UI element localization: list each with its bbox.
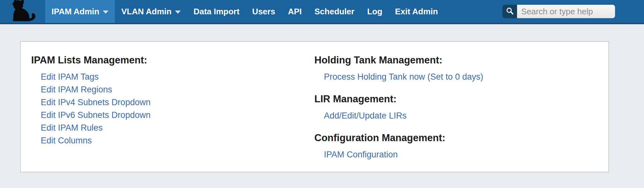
lir-links: Add/Edit/Update LIRs [314,109,608,122]
top-navbar: IPAM Admin VLAN Admin Data Import Users … [0,0,644,24]
link-ipam-configuration[interactable]: IPAM Configuration [324,148,398,161]
chevron-down-icon [175,11,181,14]
cat-logo[interactable] [0,0,45,23]
nav-item-ipam-admin[interactable]: IPAM Admin [45,0,115,23]
link-add-edit-update-lirs[interactable]: Add/Edit/Update LIRs [324,109,407,122]
navbar-spacer [444,0,502,23]
nav-item-label: IPAM Admin [52,7,99,17]
search-button[interactable] [502,5,517,18]
link-edit-ipam-regions[interactable]: Edit IPAM Regions [41,83,112,96]
holding-tank-links: Process Holding Tank now (Set to 0 days) [314,70,608,83]
nav-item-label: Data Import [193,7,239,17]
nav-item-label: Log [367,7,382,17]
link-edit-ipv4-subnets-dropdown[interactable]: Edit IPv4 Subnets Dropdown [41,96,150,109]
nav-item-label: Exit Admin [395,7,438,17]
nav-item-label: VLAN Admin [121,7,172,17]
section-ipam-lists-management: IPAM Lists Management: Edit IPAM Tags Ed… [31,54,314,147]
search-icon [506,7,514,17]
right-column: Holding Tank Management: Process Holding… [314,54,608,172]
search-group [502,5,615,18]
link-edit-ipv6-subnets-dropdown[interactable]: Edit IPv6 Subnets Dropdown [41,109,150,121]
left-column: IPAM Lists Management: Edit IPAM Tags Ed… [31,54,314,172]
nav-item-scheduler[interactable]: Scheduler [308,0,361,23]
nav-item-api[interactable]: API [282,0,308,23]
configuration-links: IPAM Configuration [314,148,608,161]
section-heading-ipam-lists: IPAM Lists Management: [31,54,314,67]
admin-panel: IPAM Lists Management: Edit IPAM Tags Ed… [20,41,609,172]
link-edit-ipam-rules[interactable]: Edit IPAM Rules [41,121,103,134]
link-process-holding-tank[interactable]: Process Holding Tank now (Set to 0 days) [324,70,483,83]
nav-item-log[interactable]: Log [361,0,389,23]
section-heading-lir: LIR Management: [314,93,608,105]
section-heading-holding-tank: Holding Tank Management: [314,54,608,67]
nav-item-vlan-admin[interactable]: VLAN Admin [115,0,187,23]
nav-item-label: API [288,7,302,17]
link-edit-ipam-tags[interactable]: Edit IPAM Tags [41,70,99,83]
section-lir-management: LIR Management: Add/Edit/Update LIRs [314,93,608,122]
main-content: IPAM Lists Management: Edit IPAM Tags Ed… [0,24,644,172]
section-configuration-management: Configuration Management: IPAM Configura… [314,132,608,161]
link-edit-columns[interactable]: Edit Columns [41,134,92,147]
nav-item-data-import[interactable]: Data Import [187,0,246,23]
nav-item-label: Users [252,7,275,17]
ipam-lists-links: Edit IPAM Tags Edit IPAM Regions Edit IP… [31,70,314,147]
section-heading-configuration: Configuration Management: [314,132,608,144]
section-holding-tank-management: Holding Tank Management: Process Holding… [314,54,608,83]
chevron-down-icon [103,11,108,14]
nav-item-exit-admin[interactable]: Exit Admin [389,0,444,23]
cat-logo-icon [7,0,38,23]
nav-item-users[interactable]: Users [246,0,282,23]
nav-item-label: Scheduler [314,7,354,17]
search-input[interactable] [517,5,615,18]
